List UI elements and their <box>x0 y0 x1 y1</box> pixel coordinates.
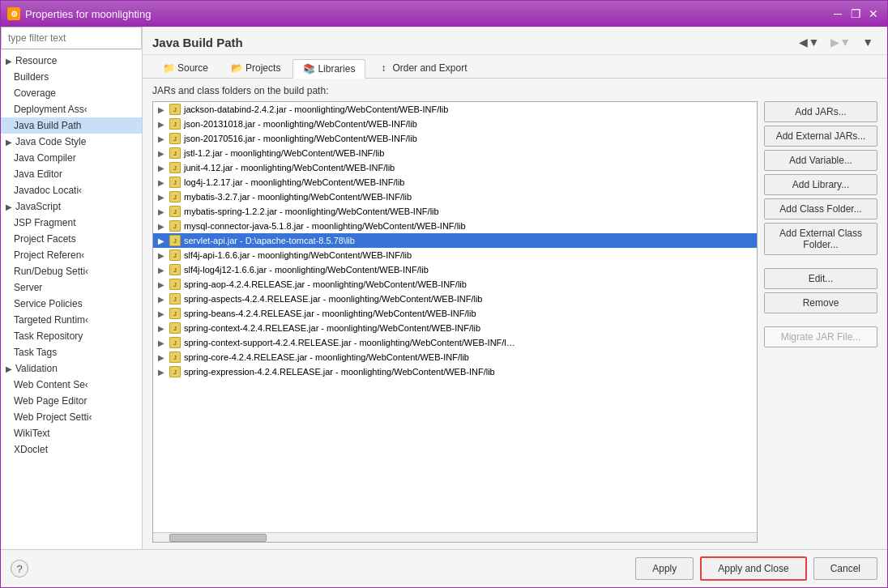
edit-button[interactable]: Edit... <box>764 268 877 289</box>
jar-file-icon: J <box>169 366 181 377</box>
sidebar-item-xdoclet[interactable]: XDoclet <box>1 441 142 458</box>
jar-item[interactable]: ▶Jslf4j-api-1.6.6.jar - moonlighting/Web… <box>153 248 757 262</box>
tab-order-export[interactable]: ↕Order and Export <box>367 58 477 78</box>
dialog-body: ▶ResourceBuildersCoverageDeployment Ass‹… <box>1 27 887 549</box>
sidebar-item-project-references[interactable]: Project Referen‹ <box>1 247 142 263</box>
nav-menu-button[interactable]: ▼ <box>858 33 877 51</box>
jar-name-label: log4j-1.2.17.jar - moonlighting/WebConte… <box>184 177 404 187</box>
sidebar-item-resource[interactable]: ▶Resource <box>1 53 142 69</box>
jar-item[interactable]: ▶Jjson-20170516.jar - moonlighting/WebCo… <box>153 131 757 146</box>
tab-source[interactable]: 📁Source <box>152 58 219 78</box>
sidebar-item-service-policies[interactable]: Service Policies <box>1 296 142 312</box>
filter-input[interactable] <box>1 27 142 49</box>
jar-name-label: json-20131018.jar - moonlighting/WebCont… <box>184 119 417 129</box>
close-button[interactable]: ✕ <box>866 6 881 21</box>
jar-expand-icon: ▶ <box>158 266 166 275</box>
jar-file-icon: J <box>169 147 181 159</box>
sidebar-item-java-editor[interactable]: Java Editor <box>1 166 142 182</box>
add-external-class-folder-button[interactable]: Add External Class Folder... <box>764 223 877 255</box>
help-button[interactable]: ? <box>11 560 28 577</box>
apply-button[interactable]: Apply <box>635 557 694 580</box>
sidebar-item-project-facets[interactable]: Project Facets <box>1 231 142 247</box>
sidebar-item-javadoc-location[interactable]: Javadoc Locati‹ <box>1 182 142 198</box>
tab-libraries[interactable]: 📚Libraries <box>292 59 365 79</box>
jar-item[interactable]: ▶Jspring-context-support-4.2.4.RELEASE.j… <box>153 335 757 350</box>
jar-expand-icon: ▶ <box>158 236 166 245</box>
jar-item[interactable]: ▶Jjstl-1.2.jar - moonlighting/WebContent… <box>153 146 757 160</box>
sidebar-item-javascript[interactable]: ▶JavaScript <box>1 198 142 215</box>
jar-file-icon: J <box>169 352 181 363</box>
sidebar-item-deployment-assembly[interactable]: Deployment Ass‹ <box>1 101 142 117</box>
jar-item[interactable]: ▶Jmybatis-3.2.7.jar - moonlighting/WebCo… <box>153 190 757 204</box>
jar-item[interactable]: ▶Jmybatis-spring-1.2.2.jar - moonlightin… <box>153 204 757 219</box>
sidebar-item-label: Web Page Editor <box>14 395 88 407</box>
cancel-button[interactable]: Cancel <box>813 557 877 580</box>
jar-item[interactable]: ▶Jspring-aspects-4.2.4.RELEASE.jar - moo… <box>153 292 757 306</box>
jar-expand-icon: ▶ <box>158 105 166 114</box>
sidebar-item-coverage[interactable]: Coverage <box>1 85 142 101</box>
sidebar-item-web-project-settings[interactable]: Web Project Setti‹ <box>1 409 142 425</box>
sidebar-item-server[interactable]: Server <box>1 279 142 296</box>
migrate-jar-button[interactable]: Migrate JAR File... <box>764 326 877 347</box>
horizontal-scrollbar[interactable] <box>153 532 757 542</box>
sidebar-item-java-compiler[interactable]: Java Compiler <box>1 150 142 166</box>
jar-expand-icon: ▶ <box>158 280 166 289</box>
sidebar-item-run-debug-settings[interactable]: Run/Debug Setti‹ <box>1 263 142 279</box>
jar-item[interactable]: ▶Jlog4j-1.2.17.jar - moonlighting/WebCon… <box>153 175 757 190</box>
jar-expand-icon: ▶ <box>158 120 166 129</box>
sidebar-item-web-page-editor[interactable]: Web Page Editor <box>1 393 142 409</box>
sidebar-item-validation[interactable]: ▶Validation <box>1 360 142 377</box>
jar-expand-icon: ▶ <box>158 324 166 333</box>
sidebar-item-wikitext[interactable]: WikiText <box>1 425 142 441</box>
add-jars-button[interactable]: Add JARs... <box>764 101 877 122</box>
footer-left: ? <box>11 560 28 577</box>
scrollbar-thumb[interactable] <box>169 534 267 542</box>
sidebar-item-label: Builders <box>14 71 49 83</box>
sidebar-item-web-content-settings[interactable]: Web Content Se‹ <box>1 377 142 393</box>
projects-tab-icon: 📂 <box>231 62 242 74</box>
apply-close-button[interactable]: Apply and Close <box>700 556 806 581</box>
sidebar-item-jsp-fragment[interactable]: JSP Fragment <box>1 215 142 231</box>
jar-item[interactable]: ▶Jjackson-databind-2.4.2.jar - moonlight… <box>153 102 757 117</box>
jar-item[interactable]: ▶Jjson-20131018.jar - moonlighting/WebCo… <box>153 117 757 131</box>
jar-item[interactable]: ▶Jservlet-api.jar - D:\apache-tomcat-8.5… <box>153 233 757 248</box>
sidebar-item-task-repository[interactable]: Task Repository <box>1 328 142 344</box>
jar-item[interactable]: ▶Jmysql-connector-java-5.1.8.jar - moonl… <box>153 219 757 233</box>
order-export-tab-icon: ↕ <box>378 62 389 74</box>
add-variable-button[interactable]: Add Variable... <box>764 150 877 171</box>
jar-item[interactable]: ▶Jspring-context-4.2.4.RELEASE.jar - moo… <box>153 321 757 335</box>
jar-file-icon: J <box>169 133 181 144</box>
jar-expand-icon: ▶ <box>158 295 166 304</box>
jar-item[interactable]: ▶Jspring-beans-4.2.4.RELEASE.jar - moonl… <box>153 306 757 321</box>
jar-panel: ▶Jjackson-databind-2.4.2.jar - moonlight… <box>152 101 877 543</box>
jar-item[interactable]: ▶Jspring-expression-4.2.4.RELEASE.jar - … <box>153 364 757 379</box>
app-icon: ⚙ <box>7 7 20 20</box>
sidebar-item-builders[interactable]: Builders <box>1 69 142 85</box>
sidebar-item-java-build-path[interactable]: Java Build Path <box>1 117 142 134</box>
sidebar-item-label: WikiText <box>14 428 50 439</box>
jar-expand-icon: ▶ <box>158 134 166 143</box>
jar-item[interactable]: ▶Jspring-core-4.2.4.RELEASE.jar - moonli… <box>153 350 757 364</box>
jar-expand-icon: ▶ <box>158 149 166 158</box>
jar-item[interactable]: ▶Jspring-aop-4.2.4.RELEASE.jar - moonlig… <box>153 277 757 292</box>
add-library-button[interactable]: Add Library... <box>764 174 877 195</box>
jar-expand-icon: ▶ <box>158 251 166 260</box>
back-button[interactable]: ◀▼ <box>795 33 823 51</box>
jar-item[interactable]: ▶Jslf4j-log4j12-1.6.6.jar - moonlighting… <box>153 262 757 277</box>
add-class-folder-button[interactable]: Add Class Folder... <box>764 198 877 219</box>
tab-label-source: Source <box>177 62 208 74</box>
jar-name-label: servlet-api.jar - D:\apache-tomcat-8.5.7… <box>184 236 355 245</box>
jar-name-label: spring-aop-4.2.4.RELEASE.jar - moonlight… <box>184 279 467 289</box>
restore-button[interactable]: ❐ <box>848 6 863 21</box>
expand-arrow-icon: ▶ <box>6 364 12 373</box>
sidebar-item-task-tags[interactable]: Task Tags <box>1 344 142 360</box>
sidebar-item-targeted-runtime[interactable]: Targeted Runtim‹ <box>1 312 142 328</box>
jar-item[interactable]: ▶Jjunit-4.12.jar - moonlighting/WebConte… <box>153 160 757 175</box>
add-external-jars-button[interactable]: Add External JARs... <box>764 126 877 147</box>
tab-projects[interactable]: 📂Projects <box>220 58 291 78</box>
minimize-button[interactable]: ─ <box>830 6 845 21</box>
sidebar-item-java-code-style[interactable]: ▶Java Code Style <box>1 134 142 150</box>
remove-button[interactable]: Remove <box>764 292 877 313</box>
forward-button[interactable]: ▶▼ <box>826 33 855 51</box>
sidebar-item-label: XDoclet <box>14 444 48 455</box>
